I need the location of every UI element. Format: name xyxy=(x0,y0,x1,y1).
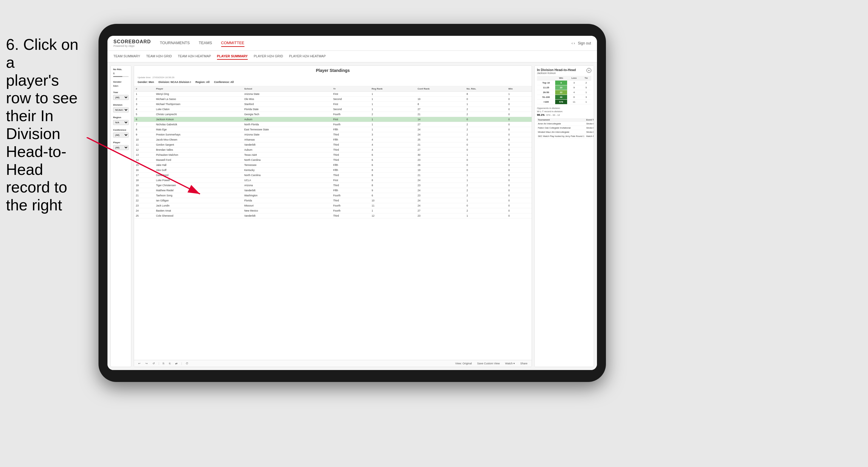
table-row[interactable]: 6 Jackson Koivun Auburn First 1 14 0 0 xyxy=(134,117,532,122)
redo-button[interactable]: ↪ xyxy=(144,361,149,366)
table-row[interactable]: 4 Luke Claton Florida State Second 1 27 … xyxy=(134,107,532,112)
subnav-player-h2h-grid[interactable]: PLAYER H2H GRID xyxy=(254,53,283,60)
cell-num: 1 xyxy=(134,92,154,97)
cell-yr: Fifth xyxy=(331,163,370,168)
filter-row: Gender: Men Division: NCAA Division I Re… xyxy=(137,81,528,84)
cell-yr: First xyxy=(331,92,370,97)
cell-reg: 1 xyxy=(370,97,416,102)
h2h-rank-label: 26-50 xyxy=(537,90,555,95)
cell-yr: First xyxy=(331,117,370,122)
h2h-rank-label: 11-25 xyxy=(537,85,555,90)
cell-win: 0 xyxy=(506,183,532,188)
subnav-team-summary[interactable]: TEAM SUMMARY xyxy=(114,53,140,60)
logo-subtitle: Powered by clippi xyxy=(114,44,151,48)
player-label: Player xyxy=(113,141,129,144)
copy-button[interactable]: ⎘ xyxy=(161,361,165,366)
t-name: SEC Match Play hosted by Jerry Pate Roun… xyxy=(537,134,585,138)
cell-conf: 24 xyxy=(416,203,465,208)
table-row[interactable]: 9 Preston Summerhays Arizona State Third… xyxy=(134,132,532,137)
cell-reg: 8 xyxy=(370,168,416,173)
subnav-team-h2h-grid[interactable]: TEAM H2H GRID xyxy=(146,53,172,60)
table-row[interactable]: 21 Taehoon Song Washington Fourth 6 23 2… xyxy=(134,193,532,198)
tournament-row: Amer Ari Intercollegiate Stroke Play 4 -… xyxy=(537,122,594,126)
table-row[interactable]: 19 Tiger Christensen Arizona Third 8 23 … xyxy=(134,183,532,188)
table-row[interactable]: 17 David Ford North Carolina Third 8 21 … xyxy=(134,173,532,178)
nav-teams[interactable]: TEAMS xyxy=(199,39,212,47)
t-name: Fallon Oak Collegiate Invitational xyxy=(537,126,585,130)
toolbar-right: View: Original Save Custom View Watch ▾ … xyxy=(454,361,529,366)
close-button[interactable]: × xyxy=(587,68,591,73)
table-row[interactable]: 20 Matthew Riedel Vanderbilt Fifth 9 24 … xyxy=(134,188,532,193)
conference-filter-label: Conference: All xyxy=(214,81,234,84)
col-conf-rank: Conf Rank xyxy=(416,86,465,92)
cell-reg: 1 xyxy=(370,107,416,112)
table-row[interactable]: 22 Ian Gilligan Florida Third 10 24 1 0 xyxy=(134,198,532,203)
nav-tournaments[interactable]: TOURNAMENTS xyxy=(160,39,190,47)
subnav-team-h2h-heatmap[interactable]: TEAM H2H HEATMAP xyxy=(178,53,211,60)
table-row[interactable]: 25 Cole Sherwood Vanderbilt Third 12 23 … xyxy=(134,213,532,218)
table-row[interactable]: 2 Michael La Sasso Ole Miss Second 1 19 … xyxy=(134,97,532,102)
reset-button[interactable]: ↺ xyxy=(151,361,156,366)
table-row[interactable]: 10 Jacob Mou-Olesen Arkansas Fifth 4 25 … xyxy=(134,137,532,142)
cell-school: Vanderbilt xyxy=(242,213,331,218)
cell-school: North Carolina xyxy=(242,158,331,163)
cell-win: 0 xyxy=(506,153,532,158)
table-row[interactable]: 14 Maxwell Ford North Carolina Third 6 2… xyxy=(134,158,532,163)
table-row[interactable]: 12 Brendan Valles Auburn Third 4 27 0 0 xyxy=(134,147,532,153)
cell-reg: 4 xyxy=(370,137,416,142)
cell-school: Texas A&M xyxy=(242,153,331,158)
cell-rds: 2 xyxy=(465,208,506,213)
cell-yr: Third xyxy=(331,158,370,163)
save-custom-button[interactable]: Save Custom View xyxy=(476,361,501,366)
table-row[interactable]: 5 Christo Lamprecht Georgia Tech Fourth … xyxy=(134,112,532,117)
cell-player: Mats Ege xyxy=(154,127,242,132)
h2h-win-val: 578 xyxy=(555,100,567,104)
nav-right: ‹ › Sign out xyxy=(571,41,591,45)
division-select[interactable]: NCAA Division I xyxy=(113,107,129,113)
player-select[interactable]: (All) xyxy=(113,145,129,150)
cell-rds: 0 xyxy=(465,117,506,122)
cell-rds: 0 xyxy=(465,137,506,142)
paste-button[interactable]: ⎗ xyxy=(168,361,172,366)
subnav-player-summary[interactable]: PLAYER SUMMARY xyxy=(217,53,248,60)
sign-out-link[interactable]: Sign out xyxy=(578,41,591,45)
conference-select[interactable]: (All) xyxy=(113,132,129,137)
table-row[interactable]: 16 Alex Goff Kentucky Fifth 8 19 0 0 xyxy=(134,168,532,173)
table-row[interactable]: 13 Pichauken Malchon Texas A&M Third 6 3… xyxy=(134,153,532,158)
subnav-player-h2h-heatmap[interactable]: PLAYER H2H HEATMAP xyxy=(289,53,326,60)
cell-reg: 9 xyxy=(370,188,416,193)
table-row[interactable]: 15 Jake Hall Tennessee Fifth 6 26 0 0 xyxy=(134,163,532,168)
table-row[interactable]: 8 Mats Ege East Tennessee State Fifth 1 … xyxy=(134,127,532,132)
cell-player: Luke Claton xyxy=(154,107,242,112)
cell-win: 0 xyxy=(506,102,532,107)
table-row[interactable]: 11 Gordon Sargent Vanderbilt Third 4 21 … xyxy=(134,142,532,147)
cell-win: 0 xyxy=(506,203,532,208)
table-row[interactable]: 1 Wenyi Ding Arizona State First 1 8 1 xyxy=(134,92,532,97)
cell-rds: 2 xyxy=(465,183,506,188)
panel-header: In Division Head-to-Head Jackson Koivun … xyxy=(537,68,591,74)
cell-rds: 1 xyxy=(465,213,506,218)
share-button[interactable]: Share xyxy=(519,361,529,366)
view-original-button[interactable]: View: Original xyxy=(454,361,473,366)
region-select[interactable]: N/A xyxy=(113,120,129,125)
table-row[interactable]: 18 Luke Powell UCLA First 8 24 1 0 xyxy=(134,178,532,183)
table-row[interactable]: 3 Michael Thorbjornsen Stanford First 1 … xyxy=(134,102,532,107)
undo-button[interactable]: ↩ xyxy=(137,361,142,366)
cell-yr: Third xyxy=(331,213,370,218)
no-rds-value: 6 xyxy=(113,72,129,75)
year-select[interactable]: (All) xyxy=(113,95,129,100)
cell-school: UCLA xyxy=(242,178,331,183)
h2h-tie-val: 3 xyxy=(581,95,591,100)
table-row[interactable]: 24 Bastien Amat New Mexico Fourth 1 27 2… xyxy=(134,208,532,213)
watch-button[interactable]: Watch ▾ xyxy=(504,361,516,366)
table-row[interactable]: 23 Jack Lundin Missouri Fourth 11 24 0 0 xyxy=(134,203,532,208)
cell-win: 0 xyxy=(506,112,532,117)
cell-num: 13 xyxy=(134,153,154,158)
time-button[interactable]: ⏱ xyxy=(184,361,190,366)
cell-num: 7 xyxy=(134,122,154,127)
cell-num: 16 xyxy=(134,168,154,173)
table-row[interactable]: 7 Nicholas Gabrelcik North Florida Fourt… xyxy=(134,122,532,127)
nav-committee[interactable]: COMMITTEE xyxy=(221,39,244,47)
swap-button[interactable]: ⇄ xyxy=(174,361,179,366)
col-no-rds: No. Rds. xyxy=(465,86,506,92)
